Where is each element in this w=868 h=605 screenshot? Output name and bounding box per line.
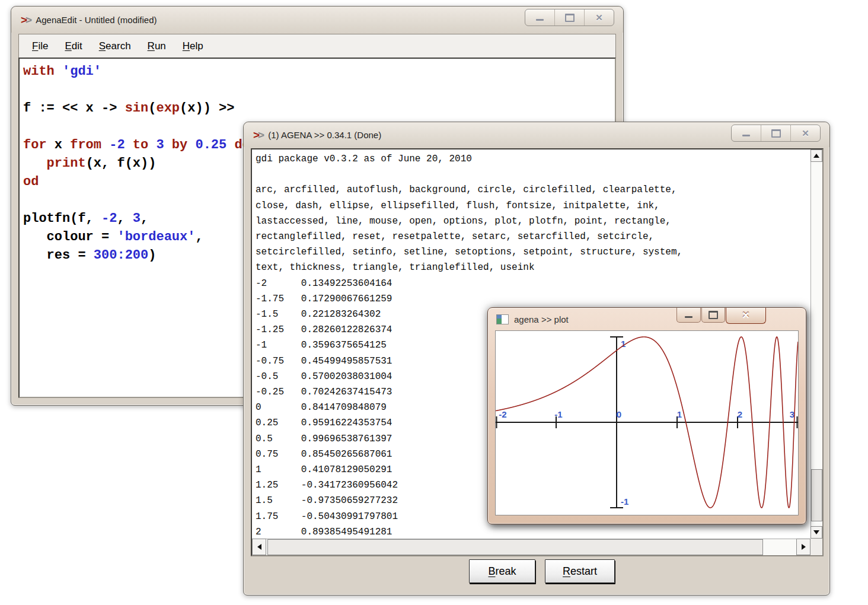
agena-chevrons-icon: >> xyxy=(21,14,30,26)
code-line xyxy=(23,81,615,99)
minimize-icon xyxy=(685,316,693,318)
horizontal-scroll-thumb[interactable] xyxy=(267,539,763,555)
menu-run[interactable]: Run xyxy=(139,35,174,58)
minimize-icon xyxy=(742,135,750,136)
menu-help[interactable]: Help xyxy=(174,35,212,58)
svg-text:2: 2 xyxy=(738,409,742,419)
plot-close-button[interactable]: ✕ xyxy=(726,308,766,324)
maximize-icon xyxy=(709,311,718,319)
svg-text:0: 0 xyxy=(617,409,621,419)
console-title: (1) AGENA >> 0.34.1 (Done) xyxy=(268,130,381,140)
close-icon: ✕ xyxy=(595,13,603,22)
agena-chevrons-icon: >> xyxy=(253,129,263,141)
horizontal-scrollbar[interactable] xyxy=(252,539,810,555)
console-caption-buttons: ✕ xyxy=(731,125,821,142)
horizontal-scroll-track[interactable] xyxy=(266,539,796,555)
menu-search[interactable]: Search xyxy=(91,35,139,58)
break-button[interactable]: Break xyxy=(469,559,535,583)
console-titlebar[interactable]: >> (1) AGENA >> 0.34.1 (Done) ✕ xyxy=(244,122,829,147)
plot-canvas: -2-101231-1 xyxy=(496,331,798,514)
code-line: f := << x -> sin(exp(x)) >> xyxy=(23,99,615,117)
window-agena-plot: agena >> plot ✕ -2-101231-1 xyxy=(487,307,806,524)
minimize-button[interactable] xyxy=(525,9,554,26)
plot-window-icon xyxy=(496,314,509,324)
maximize-button[interactable] xyxy=(761,125,790,141)
plot-maximize-button[interactable] xyxy=(701,308,725,323)
maximize-icon xyxy=(565,14,575,22)
close-icon: ✕ xyxy=(742,311,749,320)
maximize-icon xyxy=(771,129,781,138)
arrow-up-icon xyxy=(813,154,819,158)
code-line: with 'gdi' xyxy=(23,62,615,81)
scrollbar-corner xyxy=(810,539,822,555)
menu-edit[interactable]: Edit xyxy=(56,35,90,58)
maximize-button[interactable] xyxy=(554,9,584,26)
svg-text:3: 3 xyxy=(790,409,794,419)
vertical-scrollbar[interactable] xyxy=(810,149,822,539)
svg-text:-1: -1 xyxy=(554,409,562,419)
desktop: >> AgenaEdit - Untitled (modified) ✕ Fil… xyxy=(0,0,868,605)
agenaedit-title: AgenaEdit - Untitled (modified) xyxy=(36,15,157,25)
svg-text:-1: -1 xyxy=(621,496,628,507)
arrow-down-icon xyxy=(813,530,819,534)
plot-area: -2-101231-1 xyxy=(495,330,799,515)
agenaedit-titlebar[interactable]: >> AgenaEdit - Untitled (modified) ✕ xyxy=(11,7,623,33)
menu-bar: File Edit Search Run Help xyxy=(18,34,616,58)
close-icon: ✕ xyxy=(802,129,809,138)
plot-minimize-button[interactable] xyxy=(676,308,701,323)
console-button-row: Break Restart xyxy=(244,559,829,584)
minimize-icon xyxy=(536,19,544,21)
scroll-up-button[interactable] xyxy=(810,149,822,162)
close-button[interactable]: ✕ xyxy=(790,125,820,141)
menu-file[interactable]: File xyxy=(24,35,56,58)
svg-text:1: 1 xyxy=(677,409,682,419)
scroll-left-button[interactable] xyxy=(252,539,266,555)
arrow-right-icon xyxy=(802,544,806,550)
vertical-scroll-thumb[interactable] xyxy=(811,469,822,521)
arrow-left-icon xyxy=(257,544,261,550)
minimize-button[interactable] xyxy=(732,125,761,141)
scroll-right-button[interactable] xyxy=(796,539,810,555)
close-button[interactable]: ✕ xyxy=(584,9,614,26)
agenaedit-caption-buttons: ✕ xyxy=(525,9,614,26)
svg-text:-2: -2 xyxy=(499,409,506,419)
scroll-down-button[interactable] xyxy=(810,526,822,539)
vertical-scroll-track[interactable] xyxy=(810,162,822,526)
plot-title: agena >> plot xyxy=(514,314,569,324)
restart-button[interactable]: Restart xyxy=(545,559,615,583)
